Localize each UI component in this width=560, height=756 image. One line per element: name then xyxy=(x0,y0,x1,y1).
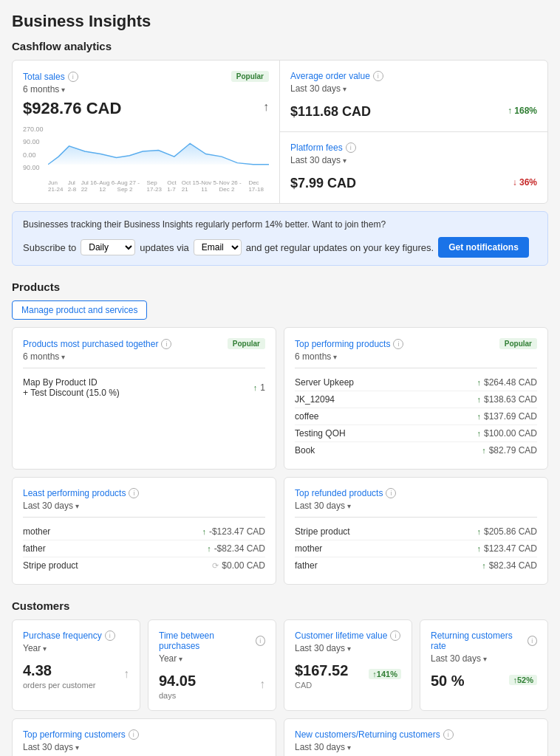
page-title: Business Insights xyxy=(12,12,548,31)
lv-chevron: ▾ xyxy=(347,645,351,653)
line-chart-svg xyxy=(48,126,269,177)
platform-fees-label: Platform fees i xyxy=(290,142,537,153)
avg-order-label: Average order value i xyxy=(290,71,537,81)
top-refunded-label: Top refunded products i xyxy=(295,488,537,498)
top-performing-card: Top performing products i Popular 6 mont… xyxy=(284,327,548,470)
fees-period-chevron: ▾ xyxy=(343,157,346,165)
least-performing-info-icon[interactable]: i xyxy=(129,488,139,498)
arrow-up-icon: ↑ xyxy=(477,395,481,404)
platform-fees-value: $7.99 CAD xyxy=(290,176,356,191)
products-label: Products xyxy=(12,281,548,293)
top-performing-period[interactable]: 6 months ▾ xyxy=(295,351,337,362)
total-sales-value: $928.76 CAD xyxy=(23,99,121,118)
new-returning-label: New customers/Returning customers i xyxy=(295,729,537,740)
pf-info-icon[interactable]: i xyxy=(105,630,115,641)
top-performing-info-icon[interactable]: i xyxy=(393,339,403,349)
tc-chevron: ▾ xyxy=(75,743,79,752)
avg-order-period[interactable]: Last 30 days ▾ xyxy=(290,83,346,94)
avg-order-value: $111.68 CAD xyxy=(290,104,371,120)
avg-order-info-icon[interactable]: i xyxy=(373,71,383,81)
cashflow-label: Cashflow analytics xyxy=(12,40,548,52)
tr-period-chevron: ▾ xyxy=(347,502,351,510)
tc-period[interactable]: Last 30 days ▾ xyxy=(23,742,79,752)
tb-period[interactable]: Year ▾ xyxy=(159,653,182,664)
get-notifications-button[interactable]: Get notifications xyxy=(438,237,529,258)
time-between-card: Time between purchases i Year ▾ 94.05 da… xyxy=(148,619,276,711)
top-refunded-info-icon[interactable]: i xyxy=(386,488,396,498)
tc-info-icon[interactable]: i xyxy=(129,729,139,740)
top-performing-label: Top performing products i xyxy=(295,339,403,349)
list-item: Book ↑$82.79 CAD xyxy=(295,442,537,458)
x-axis-labels: Jun 21-24 Jul 2-8 Jul 16-22 Aug 6-12 Aug… xyxy=(48,179,269,193)
nr-info-icon[interactable]: i xyxy=(443,729,454,740)
y-axis-labels: 270.00 90.00 0.00 90.00 xyxy=(23,126,45,171)
lv-info-icon[interactable]: i xyxy=(390,630,400,641)
total-sales-label: Total sales i xyxy=(23,72,78,82)
total-sales-info-icon[interactable]: i xyxy=(68,72,78,82)
list-item: father ↑$82.34 CAD xyxy=(295,557,537,574)
total-sales-card: Total sales i Popular 6 months ▾ $928.76… xyxy=(13,61,280,203)
top-customers-card: Top performing customers i Last 30 days … xyxy=(12,718,276,756)
subscribe-label: Subscribe to xyxy=(23,242,76,253)
lifetime-value-change: ↑141% xyxy=(369,669,401,679)
rr-period[interactable]: Last 30 days ▾ xyxy=(431,653,487,664)
channel-select[interactable]: Email SMS xyxy=(194,239,242,255)
list-item: Testing QOH ↑$100.00 CAD xyxy=(295,425,537,442)
arrow-up-icon: ↑ xyxy=(477,527,481,536)
manage-products-button[interactable]: Manage product and services xyxy=(12,300,147,320)
platform-fees-card: Platform fees i Last 30 days ▾ $7.99 CAD… xyxy=(280,132,547,203)
lv-period[interactable]: Last 30 days ▾ xyxy=(295,643,351,653)
notification-bar: Businesses tracking their Business Insig… xyxy=(12,211,548,266)
total-sales-badge: Popular xyxy=(231,71,269,82)
upload-icon: ↑ xyxy=(263,100,269,114)
arrow-up-icon: ↑ xyxy=(477,412,481,421)
lifetime-value-label: Customer lifetime value i xyxy=(295,630,401,641)
arrow-up-icon: ↑ xyxy=(253,383,258,392)
most-purchased-period[interactable]: 6 months ▾ xyxy=(23,351,65,362)
frequency-select[interactable]: Daily Weekly xyxy=(81,239,135,255)
pf-period[interactable]: Year ▾ xyxy=(23,643,47,653)
cashflow-section: Cashflow analytics Total sales i Popular… xyxy=(12,40,548,266)
most-purchased-badge: Popular xyxy=(228,338,265,349)
tb-info-icon[interactable]: i xyxy=(256,636,265,646)
purchase-frequency-unit: orders per customer xyxy=(23,681,95,690)
least-performing-period[interactable]: Last 30 days ▾ xyxy=(23,501,79,511)
list-item: coffee ↑$137.69 CAD xyxy=(295,408,537,425)
lifetime-value-value: $167.52 xyxy=(295,662,348,679)
list-item: Stripe product ⟳$0.00 CAD xyxy=(23,557,265,574)
purchase-frequency-card: Purchase frequency i Year ▾ 4.38 orders … xyxy=(12,619,140,711)
mp-period-chevron: ▾ xyxy=(61,353,65,361)
rr-info-icon[interactable]: i xyxy=(527,636,537,646)
most-purchased-card: Products most purchased together i Popul… xyxy=(12,327,276,470)
arrow-up-icon: ↑ xyxy=(202,527,206,536)
list-item: mother ↑-$123.47 CAD xyxy=(23,523,265,540)
top-refunded-period[interactable]: Last 30 days ▾ xyxy=(295,501,351,511)
list-item: Stripe product ↑$205.86 CAD xyxy=(295,523,537,540)
list-item: mother ↑$123.47 CAD xyxy=(295,540,537,557)
total-sales-period[interactable]: 6 months ▾ xyxy=(23,84,65,94)
most-purchased-info-icon[interactable]: i xyxy=(161,339,171,349)
nr-period[interactable]: Last 30 days ▾ xyxy=(295,742,351,752)
customers-section: Customers Purchase frequency i Year ▾ 4.… xyxy=(12,599,548,756)
purchase-frequency-label: Purchase frequency i xyxy=(23,630,129,641)
rr-chevron: ▾ xyxy=(483,655,487,663)
list-item: Server Upkeep ↑$264.48 CAD xyxy=(295,374,537,391)
list-item: father ↑-$82.34 CAD xyxy=(23,540,265,557)
platform-fees-info-icon[interactable]: i xyxy=(346,142,356,153)
least-performing-label: Least performing products i xyxy=(23,488,265,498)
platform-fees-period[interactable]: Last 30 days ▾ xyxy=(290,155,346,165)
returning-rate-card: Returning customers rate i Last 30 days … xyxy=(420,619,548,711)
products-top-row: Products most purchased together i Popul… xyxy=(12,327,548,470)
returning-rate-value: 50 % xyxy=(431,673,465,690)
top-refunded-card: Top refunded products i Last 30 days ▾ S… xyxy=(284,477,548,585)
arrow-up-icon: ↑ xyxy=(482,561,486,570)
products-bottom-row: Least performing products i Last 30 days… xyxy=(12,477,548,585)
least-performing-card: Least performing products i Last 30 days… xyxy=(12,477,276,585)
pf-arrow-icon: ↑ xyxy=(123,667,129,681)
cashflow-cards: Total sales i Popular 6 months ▾ $928.76… xyxy=(12,60,548,204)
time-between-unit: days xyxy=(159,691,196,700)
top-customers-label: Top performing customers i xyxy=(23,729,265,740)
purchase-frequency-value: 4.38 xyxy=(23,662,95,679)
neutral-icon: ⟳ xyxy=(212,561,219,571)
nr-chevron: ▾ xyxy=(347,743,351,752)
